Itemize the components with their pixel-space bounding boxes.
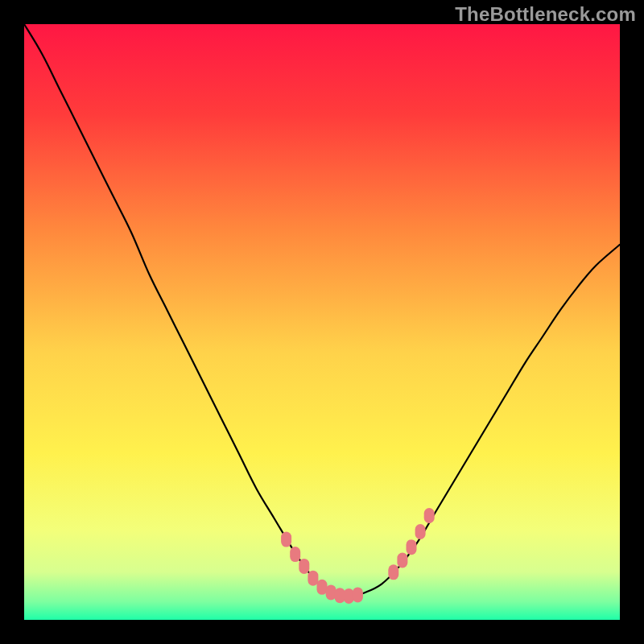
data-marker xyxy=(397,553,407,568)
data-marker xyxy=(407,539,417,555)
data-marker xyxy=(326,584,336,600)
chart-container: { "watermark": "TheBottleneck.com", "cha… xyxy=(0,0,644,644)
data-marker xyxy=(424,508,435,523)
data-marker xyxy=(299,559,309,574)
data-marker xyxy=(290,547,300,562)
bottleneck-curve-chart xyxy=(24,24,620,620)
data-marker xyxy=(308,571,318,586)
chart-background-gradient xyxy=(24,24,620,620)
data-marker xyxy=(388,564,398,580)
watermark-text: TheBottleneck.com xyxy=(455,3,636,26)
data-marker xyxy=(353,587,363,602)
data-marker xyxy=(344,588,354,604)
data-marker xyxy=(281,532,291,547)
data-marker xyxy=(415,524,426,539)
data-marker xyxy=(335,588,345,603)
data-marker xyxy=(317,580,328,595)
